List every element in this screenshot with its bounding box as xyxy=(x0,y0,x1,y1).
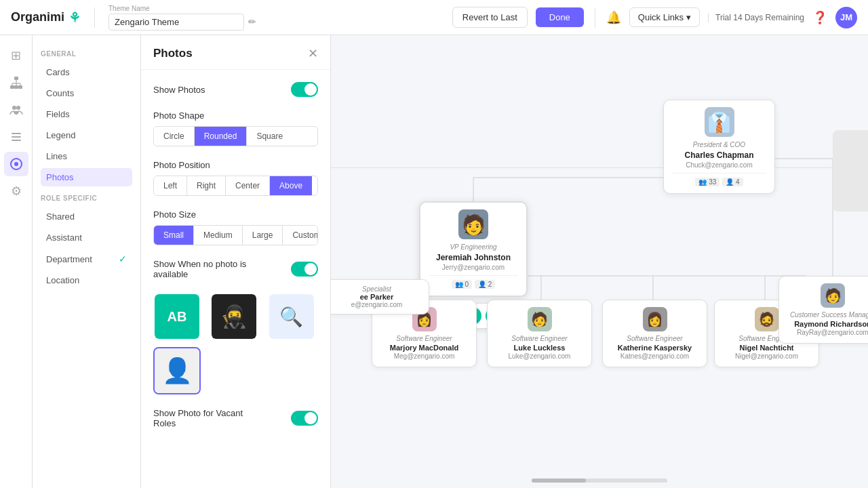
theme-name-input[interactable] xyxy=(108,14,244,30)
show-photos-row: Show Photos xyxy=(153,82,318,97)
svg-rect-0 xyxy=(14,77,18,80)
csm-photo: 🧑 xyxy=(821,283,845,308)
vp-photo: 🧑 xyxy=(458,209,488,239)
e2-title: Software Engineer xyxy=(496,335,583,342)
size-large-button[interactable]: Large xyxy=(243,226,283,245)
photo-position-group: Left Right Center Above xyxy=(153,176,318,196)
done-button[interactable]: Done xyxy=(536,7,584,27)
close-photos-panel-button[interactable]: ✕ xyxy=(308,46,318,61)
sidebar-icon-people[interactable] xyxy=(4,98,28,122)
e2-photo: 🧑 xyxy=(528,307,552,331)
position-above-button[interactable]: Above xyxy=(270,176,312,195)
shape-square-button[interactable]: Square xyxy=(247,127,292,146)
coo-email: Chuck@zengario.com xyxy=(672,161,766,169)
theme-label: Theme Name xyxy=(108,5,256,12)
show-no-photo-toggle[interactable] xyxy=(291,262,318,277)
settings-item-lines[interactable]: Lines xyxy=(41,147,132,165)
size-small-button[interactable]: Small xyxy=(154,226,194,245)
svg-rect-3 xyxy=(18,85,22,89)
show-photos-label: Show Photos xyxy=(153,85,205,95)
check-icon: ✓ xyxy=(119,253,127,264)
scrollbar-thumb[interactable] xyxy=(532,479,586,483)
svg-rect-12 xyxy=(12,136,21,138)
specialist-email: e@zengario.com xyxy=(332,301,422,308)
svg-point-9 xyxy=(12,106,16,110)
bell-icon[interactable]: 🔔 xyxy=(606,10,621,25)
shape-rounded-button[interactable]: Rounded xyxy=(195,127,248,146)
placeholder-card-1 xyxy=(833,130,868,211)
photos-panel-title: Photos xyxy=(153,47,193,60)
org-card-coo[interactable]: 👔 President & COO Charles Chapman Chuck@… xyxy=(663,100,775,194)
avatar-initials-preview: AB xyxy=(155,294,199,339)
sidebar-icon-settings[interactable]: ⚙ xyxy=(4,179,28,203)
vp-badge-2: 👤 2 xyxy=(475,280,495,289)
org-card-specialist[interactable]: Specialist ee Parker e@zengario.com xyxy=(331,279,429,314)
chart-divider xyxy=(331,167,868,168)
position-right-button[interactable]: Right xyxy=(187,176,226,195)
vp-email: Jerry@zengario.com xyxy=(429,264,518,271)
avatar-person-preview: 👤 xyxy=(155,348,199,393)
avatar-option-person[interactable]: 👤 xyxy=(153,347,201,394)
sidebar-icon-grid[interactable]: ⊞ xyxy=(4,43,28,68)
settings-item-legend[interactable]: Legend xyxy=(41,126,132,144)
sidebar-icon-legend[interactable] xyxy=(4,152,28,176)
photo-size-label: Photo Size xyxy=(153,209,318,220)
edit-theme-icon[interactable]: ✏ xyxy=(248,16,256,27)
sidebar-icon-org[interactable] xyxy=(4,70,28,95)
settings-item-shared[interactable]: Shared xyxy=(41,207,132,226)
size-medium-button[interactable]: Medium xyxy=(194,226,243,245)
csm-title: Customer Success Manager xyxy=(787,311,868,319)
avatar[interactable]: JM xyxy=(835,7,857,28)
shape-circle-button[interactable]: Circle xyxy=(154,127,195,146)
settings-item-cards[interactable]: Cards xyxy=(41,63,132,81)
show-vacant-toggle[interactable] xyxy=(291,411,318,426)
specialist-name: ee Parker xyxy=(332,293,422,301)
quick-links-button[interactable]: Quick Links ▾ xyxy=(629,7,700,27)
help-icon[interactable]: ❓ xyxy=(812,10,827,25)
logo-text: Organimi xyxy=(11,10,64,24)
org-card-vp[interactable]: 🧑 VP Engineering Jeremiah Johnston Jerry… xyxy=(419,201,528,297)
settings-item-assistant[interactable]: Assistant xyxy=(41,228,132,247)
e1-title: Software Engineer xyxy=(380,335,468,342)
specialist-title: Specialist xyxy=(332,285,422,293)
avatar-option-search[interactable]: 🔍 xyxy=(268,293,315,340)
settings-item-fields[interactable]: Fields xyxy=(41,105,132,123)
revert-button[interactable]: Revert to Last xyxy=(452,7,528,28)
position-left-button[interactable]: Left xyxy=(154,176,187,195)
vp-badge-1: 👥 0 xyxy=(452,280,472,289)
e2-name: Luke Luckless xyxy=(496,344,583,352)
role-specific-section-label: ROLE SPECIFIC xyxy=(41,195,132,202)
photo-shape-section: Photo Shape Circle Rounded Square xyxy=(153,110,318,146)
org-card-e2[interactable]: 🧑 Software Engineer Luke Luckless Luke@z… xyxy=(487,300,592,367)
toggle-knob xyxy=(304,83,317,96)
position-center-button[interactable]: Center xyxy=(226,176,270,195)
show-vacant-row: Show Photo for Vacant Roles xyxy=(153,408,318,428)
settings-item-department[interactable]: Department ✓ xyxy=(41,249,132,268)
general-section-label: GENERAL xyxy=(41,50,132,58)
photo-position-section: Photo Position Left Right Center Above xyxy=(153,160,318,196)
logo-icon: ⚘ xyxy=(68,9,81,26)
show-photos-toggle[interactable] xyxy=(291,82,318,97)
e3-title: Software Engineer xyxy=(611,335,698,342)
icon-sidebar: ⊞ ⚙ xyxy=(0,35,33,488)
size-custom-button[interactable]: Custom xyxy=(283,226,318,245)
svg-rect-11 xyxy=(12,133,21,134)
vp-name: Jeremiah Johnston xyxy=(429,253,518,262)
topbar: Organimi ⚘ Theme Name ✏ Revert to Last D… xyxy=(0,0,868,35)
settings-item-location[interactable]: Location xyxy=(41,271,132,289)
chevron-down-icon: ▾ xyxy=(686,12,691,22)
e4-photo: 🧔 xyxy=(755,307,779,331)
avatar-option-ninja[interactable]: 🥷 xyxy=(210,293,258,340)
horizontal-scrollbar[interactable] xyxy=(532,479,667,483)
org-chart-area[interactable]: 👔 President & COO Charles Chapman Chuck@… xyxy=(331,35,868,488)
sidebar-icon-fields[interactable] xyxy=(4,125,28,149)
coo-footer: 👥 33 👤 4 xyxy=(672,173,766,186)
settings-item-photos[interactable]: Photos xyxy=(41,168,132,186)
e3-photo: 👩 xyxy=(643,307,667,331)
org-card-csm[interactable]: 🧑 Customer Success Manager Raymond Richa… xyxy=(778,276,868,344)
org-card-e3[interactable]: 👩 Software Engineer Katherine Kaspersky … xyxy=(602,300,707,367)
avatar-option-initials[interactable]: AB xyxy=(153,293,201,340)
trial-text: Trial 14 Days Remaining xyxy=(708,13,804,22)
settings-item-counts[interactable]: Counts xyxy=(41,84,132,102)
svg-point-10 xyxy=(16,106,20,110)
